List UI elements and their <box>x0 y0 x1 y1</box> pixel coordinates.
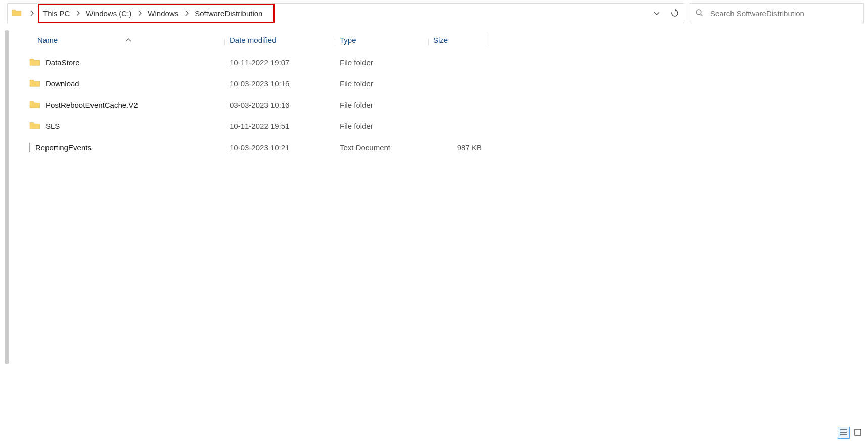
breadcrumb-segment[interactable]: SoftwareDistribution <box>193 5 264 22</box>
breadcrumb-segment[interactable]: Windows (C:) <box>84 5 133 22</box>
svg-point-0 <box>696 10 701 15</box>
item-type: File folder <box>335 58 428 67</box>
refresh-button[interactable] <box>666 4 684 23</box>
chevron-right-icon[interactable] <box>26 10 38 16</box>
folder-icon <box>29 100 40 110</box>
toolbar: This PC Windows (C:) Windows SoftwareDis… <box>0 0 868 26</box>
item-name: ReportingEvents <box>35 143 92 152</box>
item-type: File folder <box>335 79 428 88</box>
list-item[interactable]: Download 10-03-2023 10:16 File folder <box>16 73 868 94</box>
item-name: PostRebootEventCache.V2 <box>45 101 138 109</box>
item-date: 03-03-2023 10:16 <box>224 101 335 109</box>
svg-rect-5 <box>855 429 861 435</box>
chevron-right-icon[interactable] <box>72 10 84 16</box>
list-item[interactable]: PostRebootEventCache.V2 03-03-2023 10:16… <box>16 94 868 115</box>
column-headers: Name Date modified Type Size <box>16 29 868 49</box>
folder-icon <box>29 78 40 89</box>
column-label: Date modified <box>230 36 277 45</box>
text-file-icon <box>29 143 30 152</box>
scrollbar[interactable] <box>5 30 9 364</box>
column-label: Name <box>37 36 58 45</box>
item-date: 10-03-2023 10:16 <box>224 79 335 88</box>
list-item[interactable]: ReportingEvents 10-03-2023 10:21 Text Do… <box>16 137 868 158</box>
folder-icon <box>29 57 40 68</box>
sort-ascending-icon <box>125 35 131 43</box>
breadcrumb-segment[interactable]: Windows <box>146 5 180 22</box>
column-header-name[interactable]: Name <box>16 36 224 48</box>
chevron-right-icon[interactable] <box>133 10 146 16</box>
chevron-right-icon[interactable] <box>180 10 193 16</box>
item-type: File folder <box>335 122 428 130</box>
column-label: Size <box>433 36 448 45</box>
search-icon <box>695 9 703 18</box>
item-size: 987 KB <box>428 143 489 152</box>
item-date: 10-11-2022 19:51 <box>224 122 335 130</box>
list-item[interactable]: DataStore 10-11-2022 19:07 File folder <box>16 52 868 73</box>
nav-pane-collapsed <box>0 26 16 424</box>
thumbnails-view-button[interactable] <box>852 427 864 439</box>
square-icon <box>854 429 861 437</box>
column-header-date[interactable]: Date modified <box>224 36 335 48</box>
folder-icon <box>8 9 26 18</box>
rows-container: DataStore 10-11-2022 19:07 File folder D… <box>16 49 868 158</box>
item-name: DataStore <box>45 58 80 67</box>
details-view-button[interactable] <box>838 427 850 439</box>
item-name: SLS <box>45 122 60 130</box>
search-input[interactable] <box>710 9 858 18</box>
search-box[interactable] <box>690 3 864 23</box>
svg-line-1 <box>701 14 703 16</box>
column-header-type[interactable]: Type <box>335 36 428 48</box>
view-switcher <box>838 427 864 439</box>
item-date: 10-11-2022 19:07 <box>224 58 335 67</box>
main-area: Name Date modified Type Size DataStore 1… <box>0 26 868 424</box>
breadcrumb-segment[interactable]: This PC <box>41 5 72 22</box>
item-type: Text Document <box>335 143 428 152</box>
column-label: Type <box>340 36 356 45</box>
list-lines-icon <box>840 429 848 437</box>
item-name: Download <box>45 79 79 88</box>
breadcrumb: This PC Windows (C:) Windows SoftwareDis… <box>38 4 275 23</box>
item-date: 10-03-2023 10:21 <box>224 143 335 152</box>
address-bar[interactable]: This PC Windows (C:) Windows SoftwareDis… <box>7 3 684 23</box>
column-header-size[interactable]: Size <box>428 36 489 48</box>
list-item[interactable]: SLS 10-11-2022 19:51 File folder <box>16 115 868 137</box>
file-list: Name Date modified Type Size DataStore 1… <box>16 26 868 424</box>
history-dropdown-button[interactable] <box>648 4 666 23</box>
folder-icon <box>29 121 40 131</box>
item-type: File folder <box>335 101 428 109</box>
